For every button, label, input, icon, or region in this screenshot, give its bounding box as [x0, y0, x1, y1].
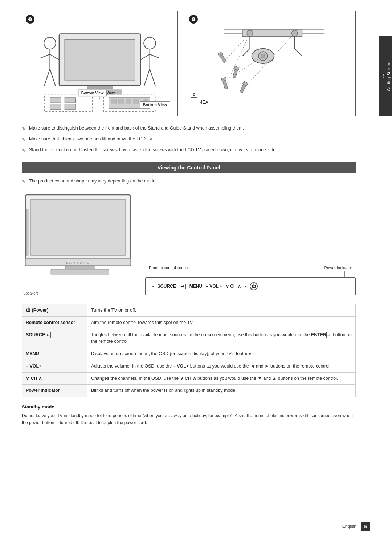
people-lifting-illustration: ↓ ↓ Bottom View Bottom View — [22, 11, 177, 116]
step3-diagram: ❸ Bottom View — [22, 11, 178, 116]
svg-rect-58 — [31, 199, 125, 255]
vol-label: – VOL + — [206, 284, 222, 289]
page-footer: English 5 — [342, 522, 370, 531]
tv-panel-diagram: SAMSUNG Speakers — [22, 191, 145, 295]
feature-desc-0: Turns the TV on or off. — [87, 304, 356, 317]
table-row: – VOL+ Adjusts the volume. In the OSD, u… — [22, 360, 356, 372]
svg-rect-23 — [111, 100, 117, 103]
feature-label-5: ∨ CH ∧ — [22, 372, 87, 385]
feature-label-1: Remote control sensor — [22, 316, 87, 329]
sensor-connector-area — [145, 271, 356, 277]
note-3: ✎ Stand the product up and fasten the sc… — [22, 147, 356, 155]
remote-sensor-line — [156, 271, 156, 277]
tv-panel-svg: SAMSUNG — [22, 191, 138, 289]
svg-rect-62 — [51, 269, 109, 275]
feature-desc-1: Aim the remote control towards this spot… — [87, 316, 356, 329]
note-text-1: Make sure to distinguish between the fro… — [29, 125, 244, 132]
bullet-left: • — [152, 284, 154, 288]
power-indicator-connector — [344, 271, 345, 277]
note-1: ✎ Make sure to distinguish between the f… — [22, 125, 356, 133]
section-title: Getting Started — [387, 61, 391, 91]
control-panel-area: SAMSUNG Speakers Remote control sensor P… — [22, 191, 356, 295]
product-note: ✎ The product color and shape may vary d… — [22, 178, 356, 185]
svg-rect-25 — [126, 100, 131, 103]
table-row: MENU Displays an on-screen menu, the OSD… — [22, 348, 356, 360]
standby-title: Standby mode — [22, 404, 356, 410]
note-icon-1: ✎ — [22, 125, 26, 133]
svg-rect-17 — [50, 98, 61, 103]
feature-desc-4: Adjusts the volume. In the OSD, use the … — [87, 360, 356, 372]
step4-number: ❹ — [189, 15, 198, 24]
svg-rect-2 — [87, 86, 113, 89]
svg-text:↓: ↓ — [74, 96, 77, 104]
power-indicator-label: Power Indicator — [324, 266, 352, 270]
ch-label: ∨ CH ∧ — [226, 284, 241, 289]
menu-label: MENU — [189, 284, 202, 289]
power-button-symbol: ⏻ — [250, 282, 258, 290]
feature-desc-5: Changes the channels. In the OSD, use th… — [87, 372, 356, 385]
feature-desc-6: Blinks and turns off when the power is o… — [87, 385, 356, 397]
notes-section: ✎ Make sure to distinguish between the f… — [22, 125, 356, 155]
svg-line-15 — [150, 69, 155, 86]
section-header: Viewing the Control Panel — [22, 162, 356, 173]
section-number: 01 — [380, 74, 384, 78]
svg-rect-19 — [50, 104, 61, 109]
svg-text:SAMSUNG: SAMSUNG — [66, 261, 90, 264]
feature-label-4: – VOL+ — [22, 360, 87, 372]
svg-text:Bottom View: Bottom View — [81, 91, 104, 95]
source-label: SOURCE — [158, 284, 176, 289]
note-icon-3: ✎ — [22, 147, 26, 155]
ea-label: 4EA — [200, 100, 208, 105]
table-row: Remote control sensor Aim the remote con… — [22, 316, 356, 329]
step4-diagram: ❹ c 4EA — [185, 11, 356, 116]
svg-point-36 — [247, 30, 253, 36]
bullet-right: • — [245, 284, 246, 288]
svg-rect-26 — [133, 100, 139, 103]
product-note-icon: ✎ — [22, 179, 26, 185]
table-row: SOURCE↵ Toggles between all the availabl… — [22, 329, 356, 348]
speakers-label: Speakers — [22, 291, 145, 295]
feature-label-6: Power Indicator — [22, 385, 87, 397]
svg-line-6 — [50, 54, 59, 60]
page-number: 5 — [361, 522, 370, 531]
svg-rect-61 — [65, 266, 94, 269]
control-strip: • SOURCE ↵ MENU – VOL + ∨ CH ∧ • ⏻ — [145, 277, 356, 295]
power-indicator-line — [344, 271, 345, 277]
product-note-text: The product color and shape may vary dep… — [29, 178, 158, 184]
remote-sensor-label: Remote control sensor — [149, 266, 189, 270]
language-label: English — [342, 524, 356, 529]
svg-line-55 — [226, 33, 250, 86]
sensor-labels-row: Remote control sensor Power Indicator — [145, 266, 356, 270]
table-row: ∨ CH ∧ Changes the channels. In the OSD,… — [22, 372, 356, 385]
step3-number: ❸ — [26, 15, 34, 24]
control-strip-container: Remote control sensor Power Indicator • … — [145, 244, 356, 295]
feature-label-0: ⏻ (Power) — [22, 304, 87, 317]
enter-symbol: ↵ — [180, 284, 186, 289]
feature-label-3: MENU — [22, 348, 87, 360]
svg-line-8 — [44, 69, 50, 86]
standby-text: Do not leave your TV in standby mode for… — [22, 412, 356, 426]
table-row: ⏻ (Power) Turns the TV on or off. — [22, 304, 356, 317]
feature-desc-3: Displays an on-screen menu, the OSD (on … — [87, 348, 356, 360]
svg-line-14 — [144, 69, 150, 86]
svg-rect-24 — [118, 100, 124, 103]
c-label: c — [191, 91, 197, 98]
feature-label-2: SOURCE↵ — [22, 329, 87, 348]
svg-line-53 — [226, 33, 250, 60]
svg-point-40 — [261, 54, 265, 58]
remote-sensor-connector — [156, 271, 156, 277]
section-tab: 01 Getting Started — [379, 36, 392, 116]
feature-table: ⏻ (Power) Turns the TV on or off. Remote… — [22, 304, 356, 397]
note-text-3: Stand the product up and fasten the scre… — [29, 147, 277, 153]
bottom-view-label: Bottom View — [140, 101, 170, 108]
svg-rect-1 — [65, 40, 135, 80]
screws-illustration — [185, 11, 355, 116]
feature-desc-2: Toggles between all the available input … — [87, 329, 356, 348]
table-row: Power Indicator Blinks and turns off whe… — [22, 385, 356, 397]
svg-line-7 — [41, 54, 50, 58]
note-2: ✎ Make sure that at least two persons li… — [22, 136, 356, 144]
standby-section: Standby mode Do not leave your TV in sta… — [22, 404, 356, 426]
note-text-2: Make sure that at least two persons lift… — [29, 136, 154, 143]
svg-line-13 — [150, 54, 159, 58]
assembly-diagrams: ❸ Bottom View — [22, 11, 356, 116]
